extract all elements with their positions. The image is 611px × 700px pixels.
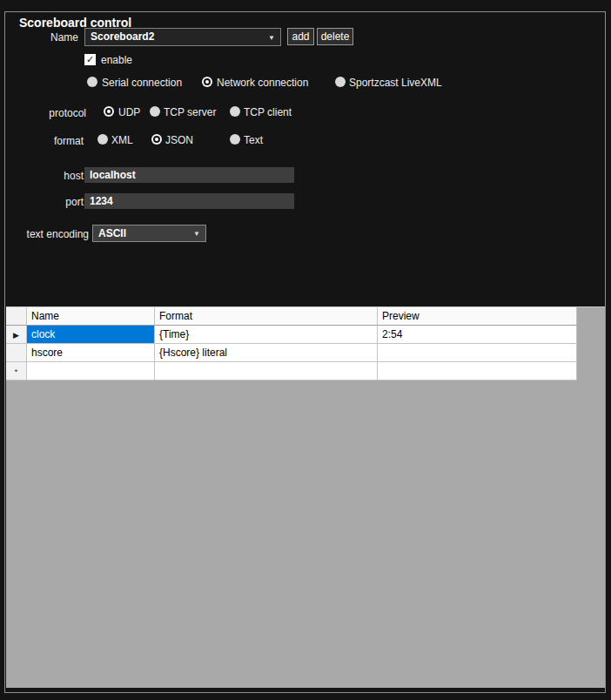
serial-connection-label: Serial connection <box>102 77 182 89</box>
port-label: port <box>17 196 84 208</box>
format-label: format <box>17 135 84 147</box>
serial-connection-radio[interactable] <box>87 77 97 87</box>
text-encoding-combobox[interactable]: ASCII ▼ <box>92 225 206 242</box>
table-row: hscore {Hscore} literal <box>6 344 577 362</box>
grid-header-format[interactable]: Format <box>155 307 378 326</box>
protocol-udp-radio[interactable] <box>104 106 114 117</box>
grid-header-name[interactable]: Name <box>27 307 155 326</box>
check-icon: ✓ <box>86 54 94 64</box>
row-header-current[interactable]: ▶ <box>6 326 27 344</box>
scoreboard-name-combobox[interactable]: Scoreboard2 ▼ <box>84 28 281 46</box>
enable-label: enable <box>101 54 132 66</box>
name-label: Name <box>26 31 78 44</box>
cell-preview[interactable] <box>378 344 577 362</box>
add-button[interactable]: add <box>287 28 314 45</box>
grid-header-row: Name Format Preview <box>6 307 577 326</box>
cell-preview[interactable] <box>378 362 577 380</box>
protocol-tcp-client-label: TCP client <box>244 106 292 118</box>
cell-format[interactable]: {Hscore} literal <box>155 344 378 362</box>
sportzcast-livexml-radio[interactable] <box>335 77 346 87</box>
cell-name[interactable]: clock <box>27 326 155 344</box>
grid-corner-header[interactable] <box>6 307 27 326</box>
protocol-label: protocol <box>17 107 86 119</box>
new-row-icon: * <box>15 367 18 376</box>
cell-format[interactable]: {Time} <box>155 326 378 344</box>
cell-format[interactable] <box>155 362 378 380</box>
protocol-udp-label: UDP <box>118 106 140 118</box>
format-xml-label: XML <box>111 134 133 146</box>
row-header[interactable] <box>6 344 27 362</box>
enable-checkbox[interactable]: ✓ <box>84 54 96 65</box>
fields-datagrid: Name Format Preview ▶ clock {Time} 2:54 … <box>6 306 605 688</box>
delete-button[interactable]: delete <box>317 28 353 45</box>
format-text-label: Text <box>244 134 263 146</box>
scoreboard-name-value: Scoreboard2 <box>91 29 154 45</box>
network-connection-label: Network connection <box>217 77 308 89</box>
format-xml-radio[interactable] <box>97 134 108 145</box>
sportzcast-livexml-label: Sportzcast LiveXML <box>349 77 442 89</box>
chevron-down-icon: ▼ <box>193 230 200 238</box>
protocol-tcp-client-radio[interactable] <box>230 106 240 117</box>
port-input[interactable]: 1234 <box>84 193 294 209</box>
cell-preview[interactable]: 2:54 <box>378 326 577 344</box>
scoreboard-control-window: Scoreboard control Name Scoreboard2 ▼ ad… <box>0 0 611 700</box>
text-encoding-label: text encoding <box>9 228 89 240</box>
text-encoding-value: ASCII <box>98 225 126 241</box>
host-label: host <box>17 170 84 182</box>
format-json-label: JSON <box>165 134 193 146</box>
table-row: ▶ clock {Time} 2:54 <box>6 326 577 344</box>
current-row-icon: ▶ <box>13 331 19 340</box>
network-connection-radio[interactable] <box>202 77 212 87</box>
row-header-new[interactable]: * <box>6 362 27 380</box>
format-json-radio[interactable] <box>151 134 162 145</box>
cell-name[interactable] <box>27 362 155 380</box>
table-row-new: * <box>6 362 577 380</box>
host-input[interactable]: localhost <box>84 167 294 183</box>
chevron-down-icon: ▼ <box>268 33 275 41</box>
cell-name[interactable]: hscore <box>27 344 155 362</box>
protocol-tcp-server-label: TCP server <box>164 106 216 118</box>
format-text-radio[interactable] <box>230 134 240 145</box>
protocol-tcp-server-radio[interactable] <box>150 106 160 117</box>
grid-header-preview[interactable]: Preview <box>378 307 577 326</box>
